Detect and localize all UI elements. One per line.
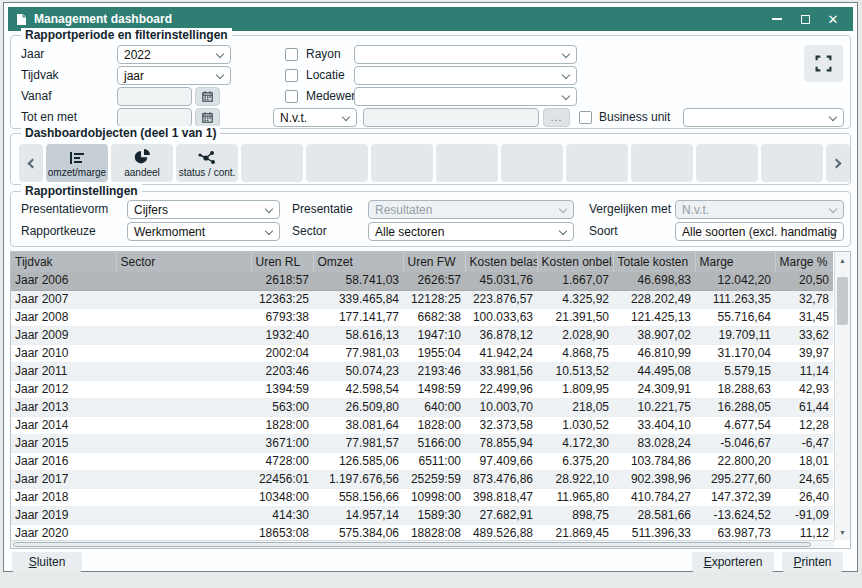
dashboard-tile-empty[interactable] [436, 144, 498, 182]
exporteren-button[interactable]: Exporteren [692, 552, 774, 572]
vergelijken-met-select: N.v.t. [675, 200, 844, 219]
jaar-select[interactable]: 2022 [117, 45, 231, 64]
minimize-button[interactable] [765, 9, 789, 29]
dashboard-tile-empty[interactable] [566, 144, 628, 182]
dashboard-objects-group: Dashboardobjecten (deel 1 van 1) omzet/m… [10, 133, 851, 185]
sluiten-button[interactable]: Sluiten [12, 552, 82, 572]
sector-label: Sector [292, 222, 327, 241]
results-table-body: Jaar 20062618:5758.741,032626:5745.031,7… [11, 272, 833, 542]
sector-select[interactable]: Alle sectoren [368, 222, 574, 241]
pie-chart-icon [133, 148, 151, 166]
rapportkeuze-select[interactable]: Werkmoment [127, 222, 280, 241]
column-header[interactable]: Uren FW [403, 252, 465, 272]
medewerker-select[interactable] [354, 87, 577, 106]
scroll-up-icon[interactable]: ▲ [835, 253, 850, 267]
results-table: TijdvakSectorUren RLOmzetUren FWKosten b… [10, 251, 851, 549]
presentatievorm-select[interactable]: Cijfers [127, 200, 280, 219]
column-header[interactable]: Marge % [775, 252, 833, 272]
filter-text-input[interactable] [363, 108, 539, 127]
tile-label: aandeel [124, 167, 160, 178]
chevron-left-icon [28, 158, 38, 168]
dashboard-tile-empty[interactable] [501, 144, 563, 182]
horizontal-scrollbar[interactable] [11, 540, 834, 548]
tot-en-met-calendar-button[interactable] [195, 108, 220, 127]
medewerker-checkbox[interactable] [285, 90, 298, 103]
table-row[interactable]: Jaar 200712363:25339.465,8412128:25223.8… [11, 290, 833, 308]
chevron-down-icon [216, 50, 224, 58]
minimize-icon [772, 18, 782, 20]
chevron-right-icon [832, 158, 842, 168]
dashboard-tile-status-cont[interactable]: status / cont. [176, 144, 238, 182]
tiles-scroll-left-button[interactable] [19, 144, 43, 182]
table-row[interactable]: Jaar 20112203:4650.074,232193:4633.981,5… [11, 362, 833, 380]
maximize-icon [801, 15, 810, 24]
table-row[interactable]: Jaar 20164728:00126.585,066511:0097.409,… [11, 452, 833, 470]
column-header[interactable]: Kosten onbel. [537, 252, 613, 272]
dashboard-tile-empty[interactable] [631, 144, 693, 182]
table-row[interactable]: Jaar 20141828:0038.081,641828:0032.373,5… [11, 416, 833, 434]
column-header[interactable]: Uren RL [251, 252, 313, 272]
management-dashboard-window: Management dashboard ✕ Rapportperiode en… [3, 2, 858, 572]
locatie-select[interactable] [354, 66, 577, 85]
rayon-select[interactable] [354, 45, 577, 64]
chevron-down-icon [265, 227, 273, 235]
dashboard-tile-empty[interactable] [241, 144, 303, 182]
table-row[interactable]: Jaar 20086793:38177.141,776682:38100.033… [11, 308, 833, 326]
table-row[interactable]: Jaar 20091932:4058.616,131947:1036.878,1… [11, 326, 833, 344]
column-header[interactable]: Marge [695, 252, 775, 272]
vanaf-input[interactable] [117, 87, 192, 106]
calendar-icon [202, 112, 213, 123]
calendar-icon [202, 91, 213, 102]
table-row[interactable]: Jaar 2019414:3014.957,141589:3027.682,91… [11, 506, 833, 524]
table-row[interactable]: Jaar 20153671:0077.981,575166:0078.855,9… [11, 434, 833, 452]
rayon-checkbox[interactable] [285, 48, 298, 61]
dashboard-tile-empty[interactable] [306, 144, 368, 182]
filters-group-legend: Rapportperiode en filterinstellingen [21, 28, 232, 42]
window-title: Management dashboard [34, 12, 172, 26]
chevron-down-icon [216, 71, 224, 79]
close-button[interactable]: ✕ [821, 9, 845, 29]
table-row[interactable]: Jaar 20062618:5758.741,032626:5745.031,7… [11, 272, 833, 290]
column-header[interactable]: Kosten belast [465, 252, 537, 272]
chevron-down-icon [562, 50, 570, 58]
column-header[interactable]: Totale kosten [613, 252, 695, 272]
dashboard-tile-empty[interactable] [696, 144, 758, 182]
table-row[interactable]: Jaar 2013563:0026.509,80640:0010.003,702… [11, 398, 833, 416]
tijdvak-select[interactable]: jaar [117, 66, 231, 85]
table-row[interactable]: Jaar 20102002:0477.981,031955:0441.942,2… [11, 344, 833, 362]
table-row[interactable]: Jaar 201810348:00558.156,6610998:00398.8… [11, 488, 833, 506]
vertical-scrollbar[interactable]: ▲ ▼ [834, 252, 850, 540]
table-row[interactable]: Jaar 20121394:5942.598,541498:5922.499,9… [11, 380, 833, 398]
chevron-down-icon [559, 227, 567, 235]
business-unit-select[interactable] [683, 108, 844, 127]
browse-button[interactable]: ... [543, 108, 570, 127]
fullscreen-button[interactable] [804, 45, 843, 82]
close-icon: ✕ [828, 13, 839, 26]
chevron-down-icon [829, 113, 837, 121]
horizontal-scrollbar-thumb[interactable] [13, 542, 811, 547]
scroll-down-icon[interactable]: ▼ [835, 525, 850, 539]
business-unit-checkbox[interactable] [579, 111, 592, 124]
dashboard-tile-omzet-marge[interactable]: omzet/marge [46, 144, 108, 182]
vergelijken-met-label: Vergelijken met [589, 200, 671, 219]
column-header[interactable]: Omzet [313, 252, 403, 272]
locatie-checkbox[interactable] [285, 69, 298, 82]
vertical-scrollbar-thumb[interactable] [837, 277, 848, 325]
column-header[interactable]: Sector [116, 252, 251, 272]
tiles-scroll-right-button[interactable] [826, 144, 850, 182]
dashboard-tile-empty[interactable] [371, 144, 433, 182]
maximize-button[interactable] [793, 9, 817, 29]
soort-label: Soort [589, 222, 618, 241]
table-row[interactable]: Jaar 201722456:011.197.676,5625259:59873… [11, 470, 833, 488]
dashboard-tile-aandeel[interactable]: aandeel [111, 144, 173, 182]
chevron-down-icon [559, 205, 567, 213]
nvt-select[interactable]: N.v.t. [273, 108, 357, 127]
presentatie-label: Presentatie [292, 200, 353, 219]
printen-button[interactable]: Printen [782, 552, 843, 572]
soort-select[interactable]: Alle soorten (excl. handmatig [675, 222, 844, 241]
column-header[interactable]: Tijdvak [11, 252, 116, 272]
dashboard-tile-empty[interactable] [761, 144, 823, 182]
vanaf-calendar-button[interactable] [195, 87, 220, 106]
tot-en-met-input[interactable] [117, 108, 192, 127]
tile-label: omzet/marge [48, 167, 106, 178]
